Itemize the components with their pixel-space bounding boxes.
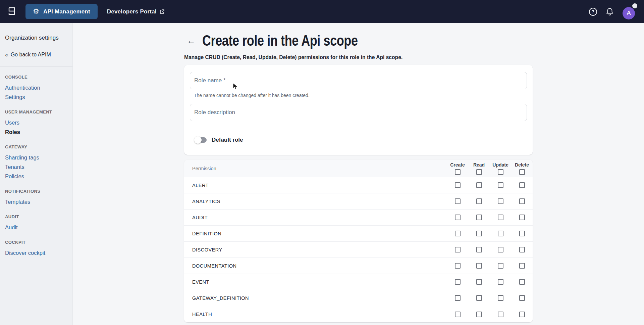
table-row-health: HEALTH — [184, 306, 533, 322]
checkbox-audit-read[interactable] — [476, 215, 482, 220]
row-checkboxes-analytics — [447, 198, 533, 204]
permission-label-health: HEALTH — [192, 312, 212, 317]
checkbox-definition-update[interactable] — [498, 231, 503, 236]
permission-label-event: EVENT — [192, 279, 209, 285]
row-checkboxes-gateway-definition — [447, 295, 533, 301]
checkbox-definition-read[interactable] — [476, 231, 482, 236]
column-header-create: Create — [447, 162, 468, 175]
sidebar-item-templates[interactable]: Templates — [5, 197, 68, 206]
checkbox-discovery-delete[interactable] — [519, 247, 525, 252]
bell-icon — [606, 7, 614, 16]
checkbox-gateway-definition-create[interactable] — [455, 295, 461, 301]
organization-settings-sidebar: Organization settings ‹‹ Go back to APIM… — [0, 23, 73, 325]
select-all-delete-checkbox[interactable] — [519, 169, 525, 175]
sidebar-item-sharding-tags[interactable]: Sharding tags — [5, 153, 68, 162]
checkbox-definition-create[interactable] — [455, 231, 461, 236]
avatar[interactable]: A — [623, 7, 635, 19]
nav-section-user-management: USER MANAGEMENT — [5, 109, 68, 114]
checkbox-audit-delete[interactable] — [519, 215, 525, 220]
checkbox-documentation-delete[interactable] — [519, 263, 525, 269]
checkbox-audit-update[interactable] — [498, 215, 503, 220]
checkbox-analytics-update[interactable] — [498, 198, 503, 204]
permission-label-analytics: ANALYTICS — [192, 199, 220, 204]
checkbox-gateway-definition-read[interactable] — [476, 295, 482, 301]
permissions-table-header: Permission CreateReadUpdateDelete — [184, 160, 533, 177]
checkbox-alert-read[interactable] — [476, 182, 482, 188]
developers-portal-label: Developers Portal — [107, 8, 157, 15]
select-all-update-checkbox[interactable] — [498, 169, 503, 175]
main-content: ← Create role in the Api scope Manage CR… — [73, 23, 644, 325]
checkbox-discovery-create[interactable] — [455, 247, 461, 252]
permissions-table: Permission CreateReadUpdateDelete ALERTA… — [184, 160, 533, 322]
checkbox-audit-create[interactable] — [455, 215, 461, 220]
checkbox-alert-delete[interactable] — [519, 182, 525, 188]
checkbox-documentation-create[interactable] — [455, 263, 461, 269]
sidebar-item-settings[interactable]: Settings — [5, 92, 68, 102]
checkbox-analytics-read[interactable] — [476, 198, 482, 204]
column-header-update: Update — [490, 162, 511, 175]
checkbox-event-delete[interactable] — [519, 279, 525, 285]
role-description-input[interactable] — [194, 109, 523, 116]
role-description-field-wrap — [190, 104, 527, 121]
role-name-input[interactable] — [194, 77, 523, 84]
help-circle-question-icon: ? — [589, 8, 597, 16]
checkbox-event-update[interactable] — [498, 279, 503, 285]
avatar-status-badge — [632, 3, 637, 8]
checkbox-documentation-read[interactable] — [476, 263, 482, 269]
column-label-delete: Delete — [515, 162, 529, 168]
api-management-button[interactable]: ⚙ API Management — [25, 4, 98, 19]
table-row-definition: DEFINITION — [184, 226, 533, 242]
nav-section-notifications: NOTIFICATIONS — [5, 189, 68, 194]
checkbox-health-delete[interactable] — [519, 312, 525, 317]
permission-label-documentation: DOCUMENTATION — [192, 263, 236, 269]
table-row-event: EVENT — [184, 274, 533, 290]
row-checkboxes-definition — [447, 231, 533, 236]
nav-section-cockpit: COCKPIT — [5, 240, 68, 245]
help-button[interactable]: ? — [589, 8, 597, 16]
checkbox-definition-delete[interactable] — [519, 231, 525, 236]
notifications-button[interactable] — [606, 7, 614, 16]
sidebar-item-discover-cockpit[interactable]: Discover cockpit — [5, 248, 68, 258]
sidebar-item-policies[interactable]: Policies — [5, 172, 68, 181]
checkbox-health-update[interactable] — [498, 312, 503, 317]
back-arrow-button[interactable]: ← — [187, 36, 196, 45]
row-checkboxes-health — [447, 312, 533, 317]
checkbox-gateway-definition-delete[interactable] — [519, 295, 525, 301]
default-role-toggle[interactable] — [195, 137, 207, 143]
checkbox-alert-update[interactable] — [498, 182, 503, 188]
gravitee-logo-icon[interactable] — [6, 5, 17, 18]
sidebar-item-users[interactable]: Users — [5, 118, 68, 127]
crud-column-headers: CreateReadUpdateDelete — [447, 162, 533, 175]
permission-label-definition: DEFINITION — [192, 231, 221, 236]
toggle-thumb — [194, 136, 202, 144]
developers-portal-link[interactable]: Developers Portal — [107, 8, 165, 15]
sidebar-item-audit[interactable]: Audit — [5, 223, 68, 232]
checkbox-documentation-update[interactable] — [498, 263, 503, 269]
user-menu[interactable]: A — [623, 3, 637, 20]
checkbox-discovery-read[interactable] — [476, 247, 482, 252]
external-link-icon — [160, 9, 165, 14]
table-row-documentation: DOCUMENTATION — [184, 258, 533, 274]
row-checkboxes-event — [447, 279, 533, 285]
sidebar-item-roles[interactable]: Roles — [5, 127, 68, 137]
checkbox-analytics-create[interactable] — [455, 198, 461, 204]
checkbox-event-create[interactable] — [455, 279, 461, 285]
select-all-create-checkbox[interactable] — [455, 169, 461, 175]
default-role-label: Default role — [212, 137, 243, 143]
checkbox-gateway-definition-update[interactable] — [498, 295, 503, 301]
checkbox-analytics-delete[interactable] — [519, 198, 525, 204]
checkbox-event-read[interactable] — [476, 279, 482, 285]
table-row-gateway-definition: GATEWAY_DEFINITION — [184, 290, 533, 306]
role-name-field-wrap — [190, 72, 527, 89]
permission-label-gateway-definition: GATEWAY_DEFINITION — [192, 295, 249, 301]
sidebar-item-authentication[interactable]: Authentication — [5, 83, 68, 92]
permission-label-alert: ALERT — [192, 183, 209, 188]
checkbox-discovery-update[interactable] — [498, 247, 503, 252]
column-header-delete: Delete — [511, 162, 533, 175]
go-back-to-apim-link[interactable]: ‹‹ Go back to APIM — [5, 51, 68, 58]
sidebar-item-tenants[interactable]: Tenants — [5, 162, 68, 172]
checkbox-health-read[interactable] — [476, 312, 482, 317]
select-all-read-checkbox[interactable] — [476, 169, 482, 175]
checkbox-health-create[interactable] — [455, 312, 461, 317]
checkbox-alert-create[interactable] — [455, 182, 461, 188]
